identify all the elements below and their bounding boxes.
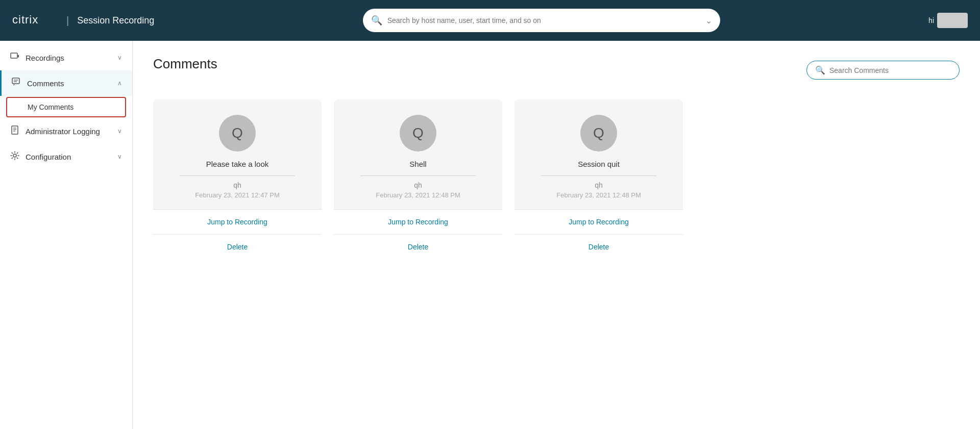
comments-search-icon: 🔍 <box>815 65 825 75</box>
card-body-1: Q Shell qh February 23, 2021 12:48 PM <box>334 99 502 209</box>
card-user-2: qh <box>595 181 603 189</box>
comment-card-2: Q Session quit qh February 23, 2021 12:4… <box>514 99 683 259</box>
card-body-2: Q Session quit qh February 23, 2021 12:4… <box>514 99 683 209</box>
sidebar-subitem-my-comments[interactable]: My Comments <box>6 97 126 117</box>
card-avatar-0: Q <box>219 115 256 152</box>
sidebar-item-admin-logging[interactable]: Administrator Logging ∨ <box>0 118 132 144</box>
comments-search-bar[interactable]: 🔍 <box>806 61 960 80</box>
recordings-chevron-icon: ∨ <box>117 54 122 61</box>
sidebar-item-recordings[interactable]: Recordings ∨ <box>0 45 132 70</box>
delete-btn-0[interactable]: Delete <box>153 235 322 259</box>
comment-card-1: Q Shell qh February 23, 2021 12:48 PM Ju… <box>334 99 502 259</box>
delete-btn-2[interactable]: Delete <box>514 235 683 259</box>
card-actions-0: Jump to Recording Delete <box>153 209 322 259</box>
sidebar-label-comments: Comments <box>27 79 64 88</box>
svg-rect-3 <box>12 78 19 84</box>
delete-btn-1[interactable]: Delete <box>334 235 502 259</box>
comments-icon <box>12 78 21 89</box>
card-divider-0 <box>180 175 295 176</box>
card-comment-text-2: Session quit <box>578 160 620 168</box>
jump-to-recording-btn-1[interactable]: Jump to Recording <box>334 210 502 235</box>
card-comment-text-1: Shell <box>409 160 426 168</box>
global-search-input[interactable] <box>387 16 700 24</box>
card-avatar-2: Q <box>580 115 617 152</box>
comments-search-input[interactable] <box>829 66 951 74</box>
configuration-icon <box>10 151 19 162</box>
card-date-2: February 23, 2021 12:48 PM <box>556 191 641 199</box>
svg-rect-7 <box>12 126 18 134</box>
card-divider-1 <box>360 175 476 176</box>
my-comments-label: My Comments <box>28 103 74 111</box>
sidebar-label-recordings: Recordings <box>26 54 64 62</box>
card-actions-1: Jump to Recording Delete <box>334 209 502 259</box>
user-greeting-text: hi <box>928 16 934 24</box>
sidebar-item-comments[interactable]: Comments ∧ <box>0 70 132 96</box>
configuration-chevron-icon: ∨ <box>117 153 122 160</box>
header-divider: | <box>66 15 69 27</box>
main-content: Comments 🔍 Q Please take a look qh Febru… <box>133 41 980 429</box>
svg-marker-6 <box>13 84 15 86</box>
svg-rect-1 <box>11 53 17 58</box>
card-date-0: February 23, 2021 12:47 PM <box>195 191 280 199</box>
sidebar-item-configuration[interactable]: Configuration ∨ <box>0 144 132 169</box>
card-user-1: qh <box>414 181 422 189</box>
svg-point-11 <box>13 154 16 157</box>
jump-to-recording-btn-2[interactable]: Jump to Recording <box>514 210 683 235</box>
card-divider-2 <box>541 175 656 176</box>
page-title: Comments <box>153 56 217 72</box>
app-title: Session Recording <box>77 15 154 26</box>
comments-chevron-icon: ∧ <box>117 80 122 87</box>
citrix-brand-text: citrix <box>12 11 58 30</box>
card-body-0: Q Please take a look qh February 23, 202… <box>153 99 322 209</box>
search-icon: 🔍 <box>371 15 382 26</box>
admin-logging-chevron-icon: ∨ <box>117 128 122 135</box>
card-date-1: February 23, 2021 12:48 PM <box>376 191 460 199</box>
comments-cards-grid: Q Please take a look qh February 23, 202… <box>153 99 960 259</box>
sidebar: Recordings ∨ Comments ∧ My Co <box>0 41 133 429</box>
card-user-0: qh <box>233 181 241 189</box>
header-user-area: hi <box>928 13 968 28</box>
card-actions-2: Jump to Recording Delete <box>514 209 683 259</box>
header-search-container: 🔍 ⌄ <box>175 9 908 32</box>
comment-card-0: Q Please take a look qh February 23, 202… <box>153 99 322 259</box>
chevron-down-icon[interactable]: ⌄ <box>705 16 712 26</box>
card-comment-text-0: Please take a look <box>206 160 269 168</box>
content-header: Comments 🔍 <box>153 56 960 84</box>
jump-to-recording-btn-0[interactable]: Jump to Recording <box>153 210 322 235</box>
card-avatar-1: Q <box>400 115 436 152</box>
svg-text:citrix: citrix <box>12 13 38 26</box>
sidebar-label-configuration: Configuration <box>26 153 71 161</box>
global-search-bar[interactable]: 🔍 ⌄ <box>363 9 720 32</box>
recordings-icon <box>10 52 19 63</box>
app-header: citrix | Session Recording 🔍 ⌄ hi <box>0 0 980 41</box>
main-layout: Recordings ∨ Comments ∧ My Co <box>0 41 980 429</box>
admin-logging-icon <box>10 125 19 137</box>
user-avatar[interactable] <box>937 13 968 28</box>
citrix-logo: citrix | Session Recording <box>12 11 154 30</box>
sidebar-label-admin-logging: Administrator Logging <box>26 127 100 136</box>
